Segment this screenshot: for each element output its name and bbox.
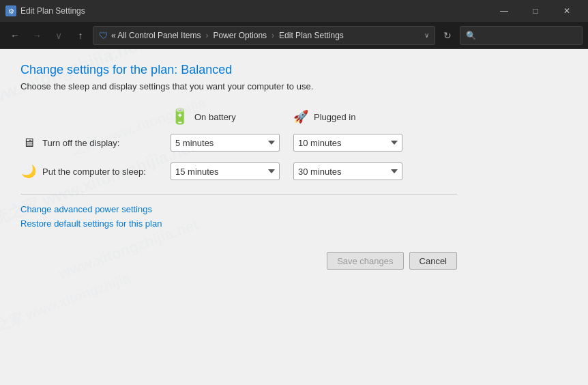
advanced-settings-link[interactable]: Change advanced power settings <box>20 204 457 214</box>
footer-buttons: Save changes Cancel <box>20 242 457 270</box>
breadcrumb-edit-plan[interactable]: Edit Plan Settings <box>279 31 344 40</box>
pluggedin-label: Plugged in <box>314 112 355 122</box>
sleep-row: 🌙 Put the computer to sleep: 1 minute 2 … <box>20 162 457 180</box>
restore-defaults-link[interactable]: Restore default settings for this plan <box>20 218 457 229</box>
breadcrumb-power-options[interactable]: Power Options <box>213 31 267 40</box>
battery-label: On battery <box>194 112 236 122</box>
sleep-battery-dropdown[interactable]: 1 minute 2 minutes 3 minutes 5 minutes 1… <box>171 162 280 180</box>
turn-off-display-row: 🖥 Turn off the display: 1 minute 2 minut… <box>20 134 457 152</box>
pluggedin-column-header: 🚀 Plugged in <box>293 108 416 126</box>
cancel-button[interactable]: Cancel <box>409 252 457 270</box>
main-content: Change settings for the plan: Balanced C… <box>0 49 588 385</box>
minimize-button[interactable]: — <box>488 0 520 22</box>
window-controls: — □ ✕ <box>488 0 583 22</box>
page-subtitle: Choose the sleep and display settings th… <box>20 81 457 91</box>
display-plugged-dropdown-wrap: 1 minute 2 minutes 3 minutes 5 minutes 1… <box>293 134 402 152</box>
address-icon: 🛡 <box>99 30 108 41</box>
display-icon: 🖥 <box>20 136 37 150</box>
search-box[interactable]: 🔍 <box>460 26 583 45</box>
title-bar: ⚙ Edit Plan Settings — □ ✕ <box>0 0 588 22</box>
turn-off-display-text: Turn off the display: <box>42 138 119 148</box>
close-button[interactable]: ✕ <box>551 0 583 22</box>
sleep-icon: 🌙 <box>20 164 37 179</box>
sleep-label: 🌙 Put the computer to sleep: <box>20 164 171 179</box>
column-headers: 🔋 On battery 🚀 Plugged in <box>171 108 457 126</box>
display-battery-dropdown-wrap: 1 minute 2 minutes 3 minutes 5 minutes 1… <box>171 134 280 152</box>
address-dropdown-button[interactable]: ∨ <box>424 31 429 39</box>
app-icon: ⚙ <box>5 5 16 16</box>
battery-icon: 🔋 <box>171 108 189 126</box>
settings-grid: Change settings for the plan: Balanced C… <box>20 63 457 270</box>
display-battery-dropdown[interactable]: 1 minute 2 minutes 3 minutes 5 minutes 1… <box>171 134 280 152</box>
breadcrumb-sep-1: › <box>205 31 208 40</box>
sleep-text: Put the computer to sleep: <box>42 167 146 177</box>
window-title: Edit Plan Settings <box>20 6 484 16</box>
refresh-button[interactable]: ↻ <box>438 26 457 45</box>
battery-column-header: 🔋 On battery <box>171 108 293 126</box>
links-section: Change advanced power settings Restore d… <box>20 194 457 229</box>
save-changes-button[interactable]: Save changes <box>327 252 403 270</box>
maximize-button[interactable]: □ <box>520 0 551 22</box>
sleep-battery-dropdown-wrap: 1 minute 2 minutes 3 minutes 5 minutes 1… <box>171 162 280 180</box>
navigation-bar: ← → ∨ ↑ 🛡 « All Control Panel Items › Po… <box>0 22 588 49</box>
turn-off-display-label: 🖥 Turn off the display: <box>20 136 171 150</box>
sleep-plugged-dropdown[interactable]: 1 minute 2 minutes 3 minutes 5 minutes 1… <box>293 162 402 180</box>
forward-button[interactable]: → <box>27 26 46 45</box>
page-title: Change settings for the plan: Balanced <box>20 63 457 77</box>
plugged-icon: 🚀 <box>293 109 308 124</box>
breadcrumb-control-panel[interactable]: « All Control Panel Items <box>111 31 201 40</box>
dropdown-recent-button[interactable]: ∨ <box>49 26 68 45</box>
display-plugged-dropdown[interactable]: 1 minute 2 minutes 3 minutes 5 minutes 1… <box>293 134 402 152</box>
address-bar[interactable]: 🛡 « All Control Panel Items › Power Opti… <box>93 26 435 45</box>
back-button[interactable]: ← <box>5 26 25 45</box>
up-button[interactable]: ↑ <box>71 26 90 45</box>
search-icon: 🔍 <box>466 31 476 40</box>
breadcrumb-sep-2: › <box>271 31 274 40</box>
sleep-plugged-dropdown-wrap: 1 minute 2 minutes 3 minutes 5 minutes 1… <box>293 162 402 180</box>
